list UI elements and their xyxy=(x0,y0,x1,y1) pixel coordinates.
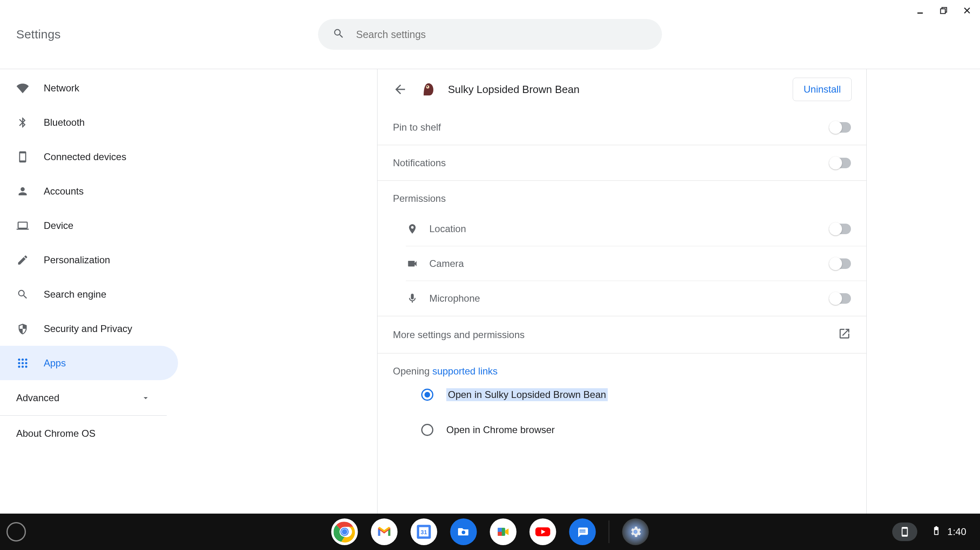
sidebar-item-label: Device xyxy=(44,220,73,231)
pin-to-shelf-toggle[interactable] xyxy=(829,122,851,133)
app-name: Sulky Lopsided Brown Bean xyxy=(448,83,579,96)
opening-title: Opening supported links xyxy=(393,366,851,377)
window-restore-button[interactable] xyxy=(939,6,948,15)
radio-icon xyxy=(421,424,433,436)
sidebar-advanced[interactable]: Advanced xyxy=(0,380,167,416)
permissions-header: Permissions xyxy=(378,181,866,212)
permission-location-toggle[interactable] xyxy=(829,224,851,234)
tray-phone-hub[interactable] xyxy=(892,522,917,541)
svg-text:31: 31 xyxy=(421,529,427,535)
sidebar-item-label: Search engine xyxy=(44,289,106,300)
permission-location-label: Location xyxy=(429,223,819,235)
notifications-label: Notifications xyxy=(393,157,829,169)
svg-point-3 xyxy=(18,358,21,361)
sidebar-item-label: Bluetooth xyxy=(44,117,85,128)
sidebar-item-label: Connected devices xyxy=(44,151,126,163)
wifi-icon xyxy=(16,82,29,95)
permission-microphone-label: Microphone xyxy=(429,293,819,304)
about-label: About Chrome OS xyxy=(16,428,95,439)
shelf-files[interactable] xyxy=(450,518,477,545)
shelf-apps: 31 xyxy=(331,518,649,545)
notifications-toggle[interactable] xyxy=(829,158,851,168)
permission-camera-toggle[interactable] xyxy=(829,258,851,269)
svg-point-9 xyxy=(18,366,21,368)
shelf-gmail[interactable] xyxy=(371,518,398,545)
sidebar-item-label: Security and Privacy xyxy=(44,323,132,334)
sidebar-about[interactable]: About Chrome OS xyxy=(0,416,264,451)
tray-time: 1:40 xyxy=(947,526,966,537)
battery-icon xyxy=(931,525,942,538)
opening-links-block: Opening supported links Open in Sulky Lo… xyxy=(378,353,866,463)
shelf-settings[interactable] xyxy=(622,518,649,545)
advanced-label: Advanced xyxy=(16,392,59,404)
svg-rect-0 xyxy=(917,13,923,14)
camera-icon xyxy=(406,257,419,270)
back-button[interactable] xyxy=(392,81,408,97)
radio-open-in-app[interactable]: Open in Sulky Lopsided Brown Bean xyxy=(393,377,851,412)
app-icon xyxy=(420,81,437,98)
svg-point-13 xyxy=(427,86,428,87)
sidebar-item-label: Apps xyxy=(44,358,66,369)
permission-microphone-toggle[interactable] xyxy=(829,293,851,304)
sidebar-item-bluetooth[interactable]: Bluetooth xyxy=(0,105,264,140)
radio-label: Open in Sulky Lopsided Brown Bean xyxy=(446,388,608,401)
pin-to-shelf-label: Pin to shelf xyxy=(393,122,829,133)
search-box[interactable] xyxy=(318,19,662,50)
svg-point-22 xyxy=(462,531,465,534)
launcher-button[interactable] xyxy=(6,522,26,542)
shelf-messages[interactable] xyxy=(569,518,596,545)
svg-point-18 xyxy=(342,529,348,535)
svg-point-7 xyxy=(21,362,24,364)
microphone-icon xyxy=(406,292,419,305)
apps-icon xyxy=(16,357,29,370)
sidebar-item-device[interactable]: Device xyxy=(0,208,264,243)
permission-location-row: Location xyxy=(406,212,866,246)
svg-rect-2 xyxy=(941,9,946,14)
shelf-chrome[interactable] xyxy=(331,518,358,545)
sidebar-item-security[interactable]: Security and Privacy xyxy=(0,311,264,346)
laptop-icon xyxy=(16,219,29,232)
shelf-separator xyxy=(609,520,609,543)
opening-prefix: Opening xyxy=(393,366,432,377)
sidebar-item-label: Accounts xyxy=(44,186,84,197)
sidebar-item-search-engine[interactable]: Search engine xyxy=(0,277,264,311)
window-minimize-button[interactable] xyxy=(915,6,925,15)
bluetooth-icon xyxy=(16,116,29,129)
uninstall-button[interactable]: Uninstall xyxy=(793,78,852,101)
permission-microphone-row: Microphone xyxy=(406,281,866,316)
location-icon xyxy=(406,222,419,235)
shelf-meet[interactable] xyxy=(490,518,517,545)
supported-links-link[interactable]: supported links xyxy=(432,366,497,377)
search-icon xyxy=(16,288,29,301)
window-close-button[interactable] xyxy=(962,6,972,15)
shield-icon xyxy=(16,322,29,335)
svg-rect-27 xyxy=(579,530,585,531)
more-settings-label: More settings and permissions xyxy=(393,329,524,341)
sidebar-item-apps[interactable]: Apps xyxy=(0,346,178,380)
permission-camera-row: Camera xyxy=(406,246,866,281)
more-settings-row[interactable]: More settings and permissions xyxy=(378,316,866,353)
tray-status[interactable]: 1:40 xyxy=(924,521,974,542)
svg-point-10 xyxy=(21,366,24,368)
shelf-youtube[interactable] xyxy=(530,518,556,545)
notifications-row: Notifications xyxy=(378,145,866,181)
page-title: Settings xyxy=(16,28,61,41)
svg-point-8 xyxy=(25,362,28,364)
search-input[interactable] xyxy=(356,29,647,40)
svg-rect-25 xyxy=(498,532,502,536)
shelf-calendar[interactable]: 31 xyxy=(411,518,437,545)
sidebar-item-network[interactable]: Network xyxy=(0,71,264,105)
pin-to-shelf-row: Pin to shelf xyxy=(378,110,866,145)
device-icon xyxy=(16,150,29,163)
sidebar-item-label: Network xyxy=(44,82,79,94)
radio-icon xyxy=(421,389,433,401)
svg-point-12 xyxy=(426,85,429,89)
sidebar-item-personalization[interactable]: Personalization xyxy=(0,243,264,277)
sidebar-item-accounts[interactable]: Accounts xyxy=(0,174,264,208)
person-icon xyxy=(16,185,29,198)
system-tray[interactable]: 1:40 xyxy=(892,521,974,542)
svg-rect-28 xyxy=(579,531,585,532)
sidebar-item-connected-devices[interactable]: Connected devices xyxy=(0,140,264,174)
radio-open-in-chrome[interactable]: Open in Chrome browser xyxy=(393,412,851,447)
edit-icon xyxy=(16,254,29,267)
